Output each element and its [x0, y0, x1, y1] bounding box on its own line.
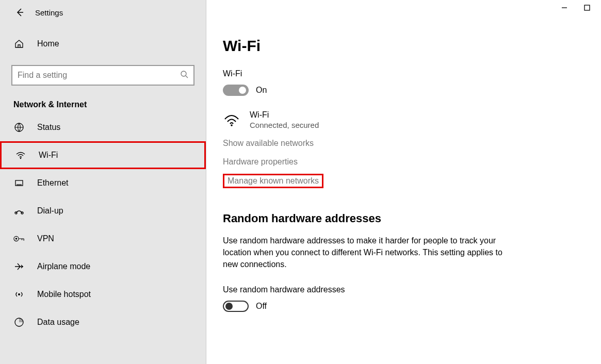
sidebar-item-ethernet[interactable]: Ethernet — [0, 169, 206, 197]
sidebar-item-label: Mobile hotspot — [37, 290, 91, 299]
sidebar-item-hotspot[interactable]: Mobile hotspot — [0, 280, 206, 308]
sidebar-item-label: Airplane mode — [37, 262, 90, 271]
sidebar: Settings Home Network & Internet Status … — [0, 0, 206, 364]
sidebar-item-label: Ethernet — [37, 178, 68, 188]
search-input[interactable] — [18, 71, 180, 80]
svg-point-2 — [20, 158, 22, 159]
random-addresses-title: Random hardware addresses — [223, 212, 580, 225]
sidebar-item-label: Data usage — [37, 318, 79, 327]
sidebar-item-dialup[interactable]: Dial-up — [0, 197, 206, 225]
sidebar-item-label: Dial-up — [37, 206, 63, 216]
show-available-networks-link[interactable]: Show available networks — [223, 139, 580, 148]
svg-point-0 — [181, 71, 186, 76]
ethernet-icon — [13, 177, 25, 189]
wifi-toggle[interactable] — [223, 85, 249, 96]
sidebar-item-label: VPN — [37, 234, 54, 243]
sidebar-item-vpn[interactable]: VPN — [0, 225, 206, 253]
vpn-icon — [13, 233, 25, 244]
wifi-network-name: Wi-Fi — [250, 110, 319, 120]
svg-point-8 — [18, 293, 20, 295]
wifi-signal-icon — [223, 112, 240, 128]
wifi-status-row[interactable]: Wi-Fi Connected, secured — [223, 110, 580, 129]
page-title: Wi-Fi — [223, 37, 580, 55]
hardware-properties-link[interactable]: Hardware properties — [223, 157, 580, 167]
sidebar-home-label: Home — [37, 39, 59, 48]
sidebar-item-status[interactable]: Status — [0, 113, 206, 141]
svg-point-7 — [15, 238, 18, 240]
minimize-button[interactable] — [561, 4, 568, 11]
dialup-icon — [13, 205, 25, 217]
sidebar-item-label: Wi-Fi — [39, 151, 58, 160]
sidebar-item-wifi[interactable]: Wi-Fi — [0, 141, 206, 169]
search-icon — [180, 70, 188, 80]
settings-title: Settings — [35, 8, 63, 17]
random-addresses-toggle-state: Off — [256, 302, 267, 311]
wifi-icon — [15, 150, 26, 161]
data-usage-icon — [13, 317, 25, 328]
back-button[interactable] — [14, 7, 25, 18]
random-addresses-label: Use random hardware addresses — [223, 285, 580, 294]
svg-rect-10 — [584, 5, 590, 10]
home-icon — [13, 38, 25, 49]
sidebar-section-header: Network & Internet — [0, 86, 206, 113]
main-panel: Wi-Fi Wi-Fi On Wi-Fi Connected, secured … — [206, 0, 601, 364]
random-addresses-desc: Use random hardware addresses to make it… — [223, 235, 512, 271]
maximize-button[interactable] — [583, 4, 591, 11]
globe-icon — [13, 122, 25, 133]
random-addresses-toggle[interactable] — [223, 301, 249, 312]
svg-point-11 — [231, 124, 233, 126]
airplane-icon — [13, 261, 25, 272]
wifi-toggle-state: On — [256, 86, 267, 95]
wifi-connection-status: Connected, secured — [250, 121, 319, 129]
sidebar-home[interactable]: Home — [0, 33, 206, 55]
manage-known-networks-link[interactable]: Manage known networks — [223, 174, 323, 188]
wifi-section-label: Wi-Fi — [223, 69, 580, 78]
sidebar-item-airplane[interactable]: Airplane mode — [0, 253, 206, 280]
hotspot-icon — [13, 289, 25, 300]
sidebar-item-datausage[interactable]: Data usage — [0, 308, 206, 328]
search-box[interactable] — [11, 65, 194, 86]
sidebar-item-label: Status — [37, 123, 60, 132]
